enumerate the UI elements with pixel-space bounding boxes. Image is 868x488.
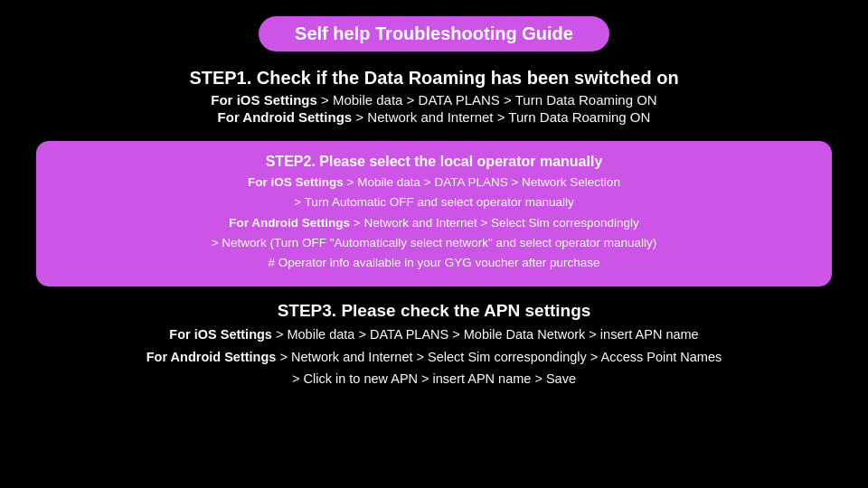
step3-ios-label: For iOS Settings: [169, 327, 272, 342]
step2-android-label: For Android Settings: [229, 216, 350, 230]
step3-ios-text: > Mobile data > DATA PLANS > Mobile Data…: [272, 327, 699, 342]
step2-section: STEP2. Please select the local operator …: [36, 141, 832, 286]
step1-section: STEP1. Check if the Data Roaming has bee…: [189, 68, 678, 127]
step1-android-label: For Android Settings: [218, 109, 353, 125]
step1-ios-line: For iOS Settings > Mobile data > DATA PL…: [189, 92, 678, 108]
step1-android-line: For Android Settings > Network and Inter…: [189, 109, 678, 125]
step2-android-text1: > Network and Internet > Select Sim corr…: [350, 216, 639, 230]
step1-android-text: > Network and Internet > Turn Data Roami…: [352, 109, 650, 125]
step3-android-line2: > Click in to new APN > insert APN name …: [146, 369, 722, 389]
step3-ios-line: For iOS Settings > Mobile data > DATA PL…: [146, 324, 722, 344]
step1-ios-label: For iOS Settings: [211, 92, 317, 108]
step3-android-label: For Android Settings: [146, 350, 277, 364]
step2-android-line2: > Network (Turn OFF "Automatically selec…: [63, 234, 805, 252]
guide-title: Self help Troubleshooting Guide: [295, 23, 573, 43]
title-pill: Self help Troubleshooting Guide: [259, 16, 609, 52]
step3-android-line1: For Android Settings > Network and Inter…: [146, 347, 722, 367]
step3-heading: STEP3. Please check the APN settings: [146, 301, 722, 321]
step2-ios-line1: For iOS Settings > Mobile data > DATA PL…: [63, 174, 805, 192]
step3-section: STEP3. Please check the APN settings For…: [146, 301, 722, 390]
step2-ios-text1: > Mobile data > DATA PLANS > Network Sel…: [344, 175, 620, 189]
step2-ios-line2: > Turn Automatic OFF and select operator…: [63, 193, 805, 211]
step2-hash-line: # Operator info available in your GYG vo…: [63, 254, 805, 272]
step1-heading: STEP1. Check if the Data Roaming has bee…: [189, 68, 678, 89]
step3-android-text1: > Network and Internet > Select Sim corr…: [276, 350, 722, 364]
step2-android-line1: For Android Settings > Network and Inter…: [63, 214, 805, 232]
step2-ios-label: For iOS Settings: [248, 175, 344, 189]
step1-ios-text: > Mobile data > DATA PLANS > Turn Data R…: [317, 92, 657, 108]
step2-heading: STEP2. Please select the local operator …: [63, 154, 805, 170]
